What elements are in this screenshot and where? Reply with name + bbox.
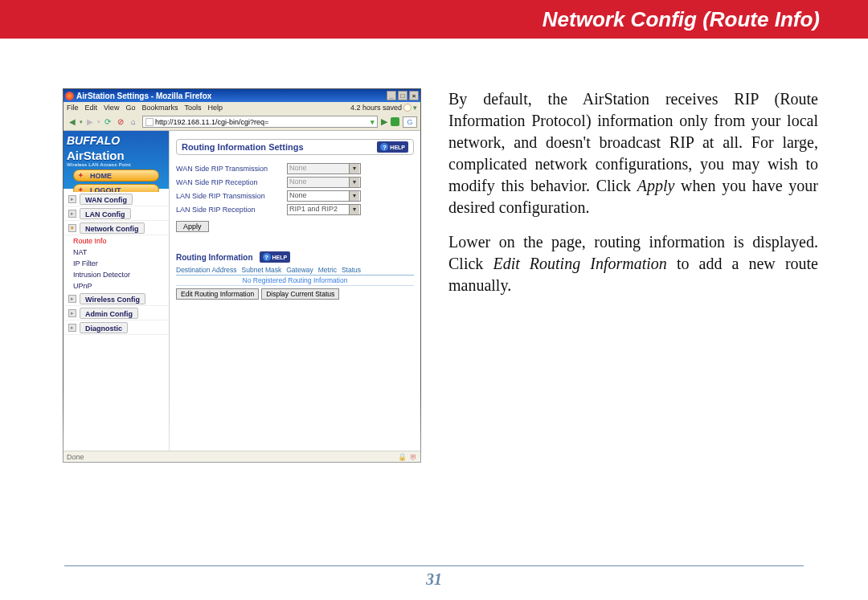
brand-buffalo: BUFFALO (67, 134, 166, 147)
nav-route-info[interactable]: Route Info (63, 235, 169, 247)
fade-overlay (0, 390, 868, 566)
routing-table-header: Destination Address Subnet Mask Gateway … (176, 266, 414, 276)
clock-icon (403, 104, 411, 112)
menu-bookmarks[interactable]: Bookmarks (141, 104, 178, 112)
chevron-right-icon: ▸ (68, 309, 76, 317)
nav-ip-filter[interactable]: IP Filter (63, 258, 169, 269)
nav-wireless-config[interactable]: ▸Wireless Config (63, 292, 169, 306)
apply-button[interactable]: Apply (176, 221, 209, 232)
paragraph-2: Lower on the page, routing information i… (448, 231, 818, 296)
section-title: Routing Information (176, 253, 253, 262)
chevron-right-icon: ▸ (68, 210, 76, 218)
go-button[interactable]: ▾ (371, 118, 375, 126)
nav-upnp[interactable]: UPnP (63, 280, 169, 292)
nav-toolbar: ◀ ▾ ▶ ▾ ⟳ ⊘ ⌂ http://192.168.11.1/cgi-bi… (63, 113, 420, 131)
row-label: LAN Side RIP Transmission (176, 192, 287, 200)
menu-bar: File Edit View Go Bookmarks Tools Help 4… (63, 102, 420, 113)
forward-history-chevron[interactable]: ▾ (97, 119, 100, 125)
col-gateway: Gateway (286, 266, 313, 274)
chevron-right-icon: ▸ (68, 195, 76, 203)
select-wan-tx[interactable]: None (287, 163, 361, 174)
select-lan-tx[interactable]: None (287, 190, 361, 202)
window-titlebar: AirStation Settings - Mozilla Firefox _ … (63, 89, 420, 102)
help-button[interactable]: ?HELP (377, 141, 408, 153)
menu-view[interactable]: View (104, 104, 119, 112)
minimize-button[interactable]: _ (387, 91, 396, 100)
nav-nat[interactable]: NAT (63, 247, 169, 258)
window-title: AirStation Settings - Mozilla Firefox (76, 92, 385, 100)
help-icon: ? (263, 253, 271, 261)
edit-routing-button[interactable]: Edit Routing Information (176, 288, 259, 300)
forward-button[interactable]: ▶ (84, 116, 96, 128)
col-destination: Destination Address (176, 266, 237, 274)
help-icon: ? (380, 143, 388, 151)
brand-airstation: AirStation (67, 149, 166, 162)
page-rule (64, 565, 804, 566)
brand-sub: Wireless LAN Access Point (67, 162, 166, 167)
nav-diagnostic[interactable]: ▸Diagnostic (63, 320, 169, 335)
home-button[interactable]: ⌂ (128, 116, 139, 128)
help-button[interactable]: ?HELP (260, 251, 291, 263)
menu-edit[interactable]: Edit (85, 104, 98, 112)
row-wan-rx: WAN Side RIP Reception None (176, 175, 414, 189)
menu-help[interactable]: Help (207, 104, 223, 112)
back-history-chevron[interactable]: ▾ (80, 119, 83, 125)
nav-intrusion[interactable]: Intrusion Detector (63, 269, 169, 280)
close-button[interactable]: × (409, 91, 419, 100)
page-header: Network Config (Route Info) (0, 0, 868, 39)
sidebar-nav: ▸WAN Config ▸LAN Config ▾Network Config … (63, 189, 169, 338)
panel-title: Routing Information Settings (182, 142, 304, 152)
paragraph-1: By default, the AirStation receives RIP … (448, 88, 818, 218)
row-label: WAN Side RIP Transmission (176, 165, 287, 173)
nav-admin-config[interactable]: ▸Admin Config (63, 306, 169, 320)
nav-lan-config[interactable]: ▸LAN Config (63, 206, 169, 221)
go-icon[interactable]: ▶ (381, 116, 387, 127)
menu-file[interactable]: File (67, 104, 79, 112)
adblock-icon[interactable] (391, 117, 399, 126)
reload-button[interactable]: ⟳ (102, 116, 113, 128)
select-lan-rx[interactable]: RIP1 and RIP2 (287, 204, 361, 215)
stop-button[interactable]: ⊘ (115, 116, 126, 128)
routing-table-empty: No Registered Routing Information (176, 276, 414, 286)
nav-network-config[interactable]: ▾Network Config (63, 221, 169, 235)
firefox-icon (65, 92, 74, 100)
row-label: WAN Side RIP Reception (176, 178, 287, 186)
select-wan-rx[interactable]: None (287, 177, 361, 188)
hours-saved-label: 4.2 hours saved (350, 104, 402, 112)
brand-panel: BUFFALO AirStation Wireless LAN Access P… (63, 131, 169, 189)
page-title: Network Config (Route Info) (542, 7, 820, 32)
routing-button-row: Edit Routing Information Display Current… (176, 288, 414, 300)
display-status-button[interactable]: Display Current Status (261, 288, 339, 300)
address-bar[interactable]: http://192.168.11.1/cgi-bin/cgi?req= ▾ (142, 116, 378, 128)
chevron-down-icon[interactable]: ▾ (413, 104, 417, 112)
home-pill[interactable]: HOME (73, 169, 159, 182)
url-text: http://192.168.11.1/cgi-bin/cgi?req= (155, 118, 268, 126)
panel-title-bar: Routing Information Settings ?HELP (176, 139, 414, 155)
row-wan-tx: WAN Side RIP Transmission None (176, 161, 414, 175)
page-icon (145, 118, 154, 126)
row-lan-rx: LAN Side RIP Reception RIP1 and RIP2 (176, 202, 414, 216)
page-number: 31 (0, 570, 868, 589)
chevron-right-icon: ▸ (68, 295, 76, 303)
nav-wan-config[interactable]: ▸WAN Config (63, 192, 169, 206)
routing-info-heading: Routing Information ?HELP (176, 251, 414, 263)
col-status: Status (342, 266, 361, 274)
chevron-right-icon: ▸ (68, 324, 76, 332)
menu-tools[interactable]: Tools (184, 104, 201, 112)
back-button[interactable]: ◀ (67, 116, 78, 128)
row-lan-tx: LAN Side RIP Transmission None (176, 189, 414, 202)
col-metric: Metric (318, 266, 337, 274)
search-box[interactable]: G (403, 116, 417, 128)
chevron-down-icon: ▾ (68, 224, 76, 232)
menu-go[interactable]: Go (125, 104, 135, 112)
row-label: LAN Side RIP Reception (176, 206, 287, 214)
col-subnet: Subnet Mask (242, 266, 282, 274)
maximize-button[interactable]: □ (398, 91, 407, 100)
